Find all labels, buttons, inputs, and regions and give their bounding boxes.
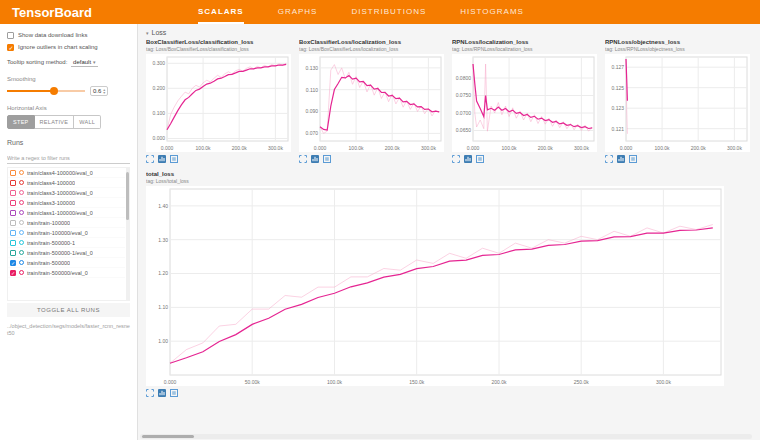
smoothing-value-box[interactable]: 0.6 ▴▾	[90, 86, 108, 96]
chart-data-icon[interactable]	[158, 389, 166, 397]
run-row[interactable]: train/train-100000	[8, 218, 125, 228]
checkbox-label: Ignore outliers in chart scaling	[18, 44, 98, 50]
horizontal-axis-label: Horizontal Axis	[7, 105, 130, 111]
tab-distributions[interactable]: DISTRIBUTIONS	[351, 0, 426, 24]
tab-histograms[interactable]: HISTOGRAMS	[460, 0, 524, 24]
axis-button-step[interactable]: STEP	[7, 115, 35, 129]
run-checkbox[interactable]	[10, 230, 16, 236]
large-chart-row: total_losstag: Loss/total_loss1.001.101.…	[146, 171, 752, 397]
run-checkbox[interactable]	[10, 250, 16, 256]
toggle-all-runs-button[interactable]: TOGGLE ALL RUNS	[7, 303, 130, 317]
run-checkbox[interactable]	[10, 210, 16, 216]
tab-scalars[interactable]: SCALARS	[198, 0, 244, 24]
smoothing-slider[interactable]	[7, 90, 85, 92]
axis-button-group: STEPRELATIVEWALL	[7, 115, 130, 129]
pin-chart-icon[interactable]	[476, 155, 484, 163]
pin-chart-icon[interactable]	[170, 155, 178, 163]
svg-text:0.123: 0.123	[611, 105, 624, 111]
axis-button-relative[interactable]: RELATIVE	[35, 115, 75, 129]
fullscreen-icon[interactable]	[452, 155, 460, 163]
run-row[interactable]: train/class4-100000	[8, 178, 125, 188]
chart-plot[interactable]: 0.1210.1230.1250.1270.000100.0k200.0k300…	[605, 54, 750, 152]
run-isolator-icon[interactable]	[19, 210, 24, 215]
run-row[interactable]: train/class1-100000/eval_0	[8, 208, 125, 218]
runs-scrollbar[interactable]	[126, 168, 129, 300]
chart-data-icon[interactable]	[464, 155, 472, 163]
axis-button-wall[interactable]: WALL	[74, 115, 101, 129]
svg-text:200.0k: 200.0k	[491, 379, 507, 385]
run-checkbox[interactable]	[10, 180, 16, 186]
run-isolator-icon[interactable]	[19, 230, 24, 235]
horizontal-scrollbar-thumb[interactable]	[142, 435, 194, 438]
run-row[interactable]: train/class3-100000/eval_0	[8, 188, 125, 198]
runs-filter-input[interactable]	[7, 152, 130, 164]
checkbox-icon[interactable]	[7, 44, 14, 51]
tab-graphs[interactable]: GRAPHS	[278, 0, 318, 24]
run-checkbox[interactable]	[10, 200, 16, 206]
run-checkbox[interactable]	[10, 170, 16, 176]
svg-text:200.0k: 200.0k	[691, 145, 707, 151]
run-isolator-icon[interactable]	[19, 200, 24, 205]
chart-plot[interactable]: 1.001.101.201.301.400.00050.00k100.0k150…	[146, 186, 724, 386]
run-row[interactable]: ✓train/train-500000	[8, 258, 125, 268]
settings-checkbox-row[interactable]: Ignore outliers in chart scaling	[7, 44, 130, 51]
run-isolator-icon[interactable]	[19, 220, 24, 225]
run-name: train/train-500000-1	[27, 240, 75, 246]
svg-text:0.070: 0.070	[305, 130, 318, 136]
fullscreen-icon[interactable]	[146, 389, 154, 397]
chart-title: RPNLoss/localization_loss	[452, 39, 597, 45]
category-header[interactable]: ▾ Loss	[146, 29, 752, 36]
chart-data-icon[interactable]	[617, 155, 625, 163]
run-isolator-icon[interactable]	[19, 240, 24, 245]
settings-checkbox-row[interactable]: Show data download links	[7, 32, 130, 39]
chart-plot[interactable]: 0.06500.07000.07500.08000.000100.0k200.0…	[452, 54, 597, 152]
run-name: train/class3-100000/eval_0	[27, 190, 93, 196]
run-isolator-icon[interactable]	[19, 270, 24, 275]
run-checkbox[interactable]: ✓	[10, 270, 16, 276]
pin-chart-icon[interactable]	[629, 155, 637, 163]
svg-text:0.000: 0.000	[467, 145, 480, 151]
horizontal-scrollbar[interactable]	[140, 434, 752, 439]
svg-text:0.0750: 0.0750	[456, 92, 472, 98]
slider-thumb[interactable]	[50, 87, 58, 95]
app-header: TensorBoard SCALARSGRAPHSDISTRIBUTIONSHI…	[0, 0, 760, 24]
runs-scrollbar-thumb[interactable]	[126, 172, 129, 220]
fullscreen-icon[interactable]	[299, 155, 307, 163]
run-checkbox[interactable]	[10, 220, 16, 226]
run-row[interactable]: train/train-100000/eval_0	[8, 228, 125, 238]
run-checkbox[interactable]: ✓	[10, 260, 16, 266]
svg-text:100.0k: 100.0k	[196, 145, 212, 151]
chart-data-icon[interactable]	[311, 155, 319, 163]
run-isolator-icon[interactable]	[19, 260, 24, 265]
svg-text:0.000: 0.000	[161, 145, 174, 151]
pin-chart-icon[interactable]	[323, 155, 331, 163]
tooltip-sort-value: default	[73, 59, 91, 65]
run-row[interactable]: train/train-500000-1/eval_0	[8, 248, 125, 258]
smoothing-value: 0.6	[93, 88, 101, 94]
chart-plot[interactable]: 0.0000.1000.2000.3000.000100.0k200.0k300…	[146, 54, 291, 152]
svg-text:1.20: 1.20	[158, 270, 168, 276]
pin-chart-icon[interactable]	[170, 389, 178, 397]
run-checkbox[interactable]	[10, 190, 16, 196]
run-row[interactable]: train/class3-100000	[8, 198, 125, 208]
run-isolator-icon[interactable]	[19, 190, 24, 195]
svg-text:1.00: 1.00	[158, 338, 168, 344]
fullscreen-icon[interactable]	[146, 155, 154, 163]
chart-data-icon[interactable]	[158, 155, 166, 163]
chart-tag: tag: Loss/RPNLoss/objectness_loss	[605, 46, 750, 52]
run-row[interactable]: train/train-500000-1	[8, 238, 125, 248]
run-isolator-icon[interactable]	[19, 250, 24, 255]
run-isolator-icon[interactable]	[19, 180, 24, 185]
tooltip-sort-dropdown[interactable]: default ▾	[71, 58, 98, 67]
fullscreen-icon[interactable]	[605, 155, 613, 163]
checkbox-icon[interactable]	[7, 32, 14, 39]
smoothing-label: Smoothing	[7, 76, 130, 82]
run-row[interactable]: ✓train/train-500000/eval_0	[8, 268, 125, 278]
run-row[interactable]: train/class4-100000/eval_0	[8, 168, 125, 178]
chart-plot[interactable]: 0.0700.0900.1100.1300.000100.0k200.0k300…	[299, 54, 444, 152]
run-checkbox[interactable]	[10, 240, 16, 246]
spinner-icon[interactable]: ▴▾	[103, 88, 105, 94]
checkbox-label: Show data download links	[18, 32, 87, 38]
run-isolator-icon[interactable]	[19, 170, 24, 175]
chart-toolbar	[146, 155, 291, 163]
